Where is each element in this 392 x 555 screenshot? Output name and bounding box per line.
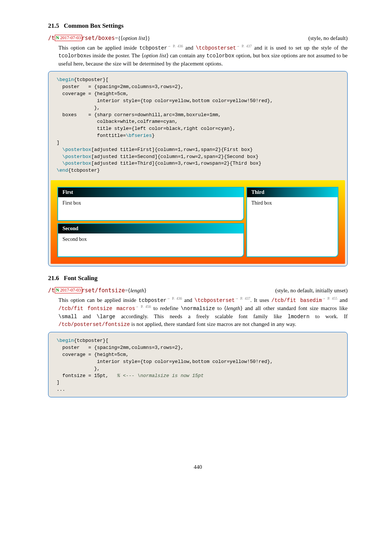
description-text: This option can be applied inside tcbpos… <box>58 44 348 67</box>
version-tag: N 2017-07-03 <box>55 35 82 41</box>
section-number: 21.6 <box>48 275 59 282</box>
page-number: 440 <box>48 464 348 470</box>
section-heading: 21.6 Font Scaling <box>48 275 348 282</box>
tag-new: N <box>56 35 59 40</box>
key-arg: option list <box>123 35 145 41</box>
code-example-box: \begin{tcbposter}[ poster = {spacing=2mm… <box>48 71 348 266</box>
code-example-box: \begin{tcbposter}[ poster = {spacing=2mm… <box>48 332 348 397</box>
key-arg-open: =⟨ <box>125 287 130 293</box>
tag-date: 2017-07-03 <box>60 287 81 293</box>
key-arg-close: ⟩} <box>145 35 150 41</box>
code-listing: \begin{tcbposter}[ poster = {spacing=2mm… <box>48 332 347 397</box>
tag-date: 2017-07-03 <box>60 35 81 40</box>
poster-box-third: Third Third box <box>246 187 338 257</box>
section-title: Common Box Settings <box>64 22 124 29</box>
key-default: (style, no default) <box>308 35 348 41</box>
section-heading: 21.5 Common Box Settings <box>48 22 348 30</box>
key-arg-open: ={⟨ <box>115 35 123 41</box>
section-number: 21.5 <box>48 22 59 29</box>
key-name: fontsize <box>98 287 125 294</box>
poster-box-title: Second <box>58 224 243 233</box>
key-definition-line: N 2017-07-03 /tcb/posterset/fontsize=⟨le… <box>48 287 348 294</box>
code-output: First First box Third Third box Second S… <box>51 180 345 264</box>
key-arg-close: ⟩ <box>144 287 146 293</box>
poster-box-body: Third box <box>247 197 338 256</box>
section-font-scaling: 21.6 Font Scaling N 2017-07-03 /tcb/post… <box>48 275 348 397</box>
key-name: boxes <box>98 35 115 41</box>
poster-box-body: Second box <box>58 233 243 256</box>
version-tag: N 2017-07-03 <box>55 287 82 293</box>
tag-new: N <box>56 287 59 293</box>
section-title: Font Scaling <box>64 275 98 282</box>
section-common-box-settings: 21.5 Common Box Settings N 2017-07-03 /t… <box>48 22 348 266</box>
code-listing: \begin{tcbposter}[ poster = {spacing=2mm… <box>48 71 347 178</box>
poster-box-first: First First box <box>57 187 244 221</box>
key-arg: length <box>130 287 144 293</box>
poster-box-title: First <box>58 188 243 197</box>
poster-box-body: First box <box>58 197 243 220</box>
key-default: (style, no default, initially unset) <box>275 287 348 294</box>
poster-box-second: Second Second box <box>57 223 244 257</box>
poster-box-title: Third <box>247 188 338 197</box>
key-definition-line: N 2017-07-03 /tcb/posterset/boxes={⟨opti… <box>48 35 348 41</box>
poster-grid: First First box Third Third box Second S… <box>57 187 338 257</box>
description-text: This option can be applied inside tcbpos… <box>58 296 348 328</box>
